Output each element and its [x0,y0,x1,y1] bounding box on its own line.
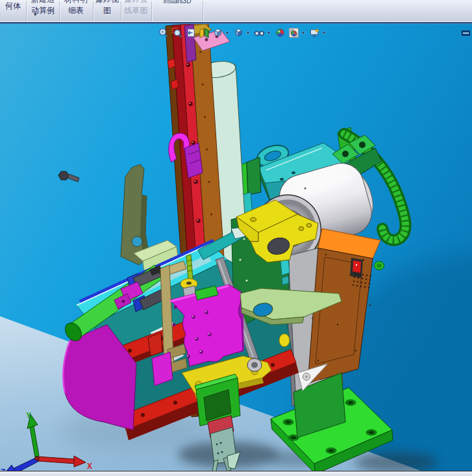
toolbar-button-reference-geometry[interactable]: 参考几 何体 [0,0,26,21]
dropdown-arrow-icon[interactable]: ▾ [267,30,272,36]
heads-up-view-toolbar: ▾ ▾ ▾ ▾ ▾ [158,27,327,38]
toolbar-button-explode-line-sketch[interactable]: 爆炸直 线草图 [121,0,151,21]
apply-scene-icon[interactable] [288,27,299,38]
toolbar-separator [121,1,121,21]
zoom-to-fit-icon[interactable] [158,27,169,38]
display-style-icon[interactable] [233,27,244,38]
dropdown-arrow-icon[interactable]: ▾ [247,30,251,36]
toolbar-button-exploded-view[interactable]: 爆炸视 图 [93,0,121,21]
toolbar-button-new-motion-study[interactable]: 新建运 动算例 [27,0,59,21]
dropdown-arrow-icon[interactable]: ▾ [34,12,37,18]
hide-show-items-icon[interactable] [254,27,265,38]
toolbar-separator [26,1,27,21]
view-settings-icon[interactable] [309,27,320,38]
toolbar-separator [151,1,152,21]
floating-screw [58,171,69,180]
command-toolbar: 参考几 何体 新建运 动算例 ▾ 材料明 细表 爆炸视 图 爆炸直 线草图 In… [0,0,472,21]
toolbar-button-bill-of-materials[interactable]: 材料明 细表 [60,0,92,21]
toolbar-button-label: 何体 [0,1,26,12]
3d-viewport[interactable]: Y X Z [0,24,472,471]
status-bar [0,471,472,476]
toolbar-separator [203,1,203,21]
section-view-icon[interactable] [199,27,210,38]
toolbar-separator [59,1,60,21]
toolbar-separator [93,1,93,21]
edit-appearance-icon[interactable] [275,27,286,38]
dropdown-arrow-icon[interactable]: ▾ [226,30,230,36]
view-orientation-icon[interactable] [212,27,223,38]
graphics-area[interactable]: Y X Z ▾ ▾ ▾ [0,24,472,471]
yellow-knob[interactable] [279,334,290,347]
dropdown-arrow-icon[interactable]: ▾ [323,30,327,36]
dropdown-arrow-icon[interactable]: ▾ [302,30,306,36]
axis-y-label: Y [26,411,31,420]
collapsed-panel-tab[interactable] [462,31,470,36]
zoom-to-area-icon[interactable] [171,27,182,38]
previous-view-icon[interactable] [185,27,196,38]
toolbar-button-instant3d[interactable]: Instant3D [152,0,203,21]
axis-x-label: X [87,462,92,471]
